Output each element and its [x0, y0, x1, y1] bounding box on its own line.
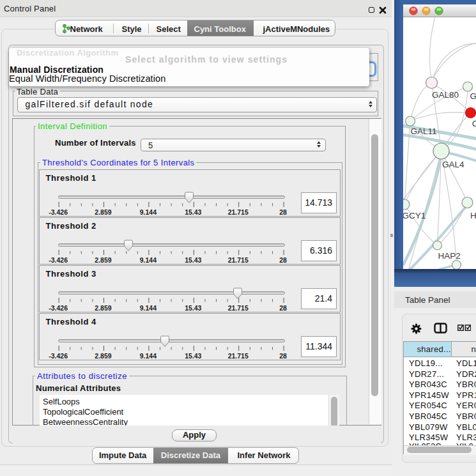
svg-text:GAL80: GAL80	[432, 90, 459, 100]
svg-text:GAL11: GAL11	[411, 127, 437, 136]
svg-text:C: C	[472, 119, 476, 128]
svg-text:GAL4: GAL4	[442, 160, 464, 169]
svg-text:HAP2: HAP2	[438, 251, 461, 261]
svg-text:GA: GA	[470, 91, 476, 101]
svg-text:GCY1: GCY1	[403, 211, 426, 220]
svg-text:H: H	[470, 211, 476, 220]
